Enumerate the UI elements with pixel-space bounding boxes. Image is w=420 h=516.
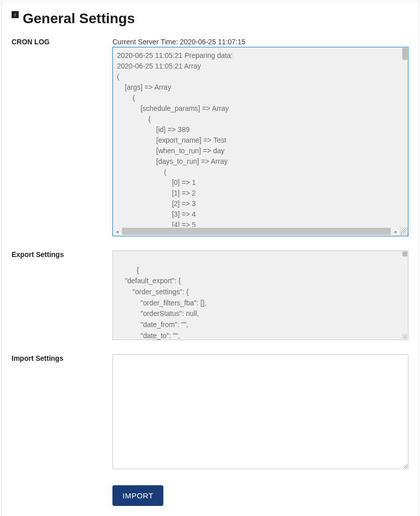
server-time-value: 2020-06-25 11:07:15 <box>180 38 246 46</box>
scrollbar-horizontal[interactable]: ◂ ▸ <box>113 227 408 236</box>
panel-body: ↕ General Settings CRON LOG Current Serv… <box>2 2 418 516</box>
scrollbar-thumb-horizontal[interactable] <box>122 228 391 235</box>
settings-panel: ↕ General Settings CRON LOG Current Serv… <box>1 1 419 516</box>
scrollbar-thumb-vertical[interactable] <box>402 251 407 256</box>
chevron-right-icon[interactable]: ▸ <box>392 227 400 235</box>
cron-log-textarea[interactable]: 2020-06-25 11:05:21 Preparing data: 2020… <box>113 47 408 227</box>
actions-row: IMPORT <box>12 485 408 506</box>
page-title: General Settings <box>23 11 135 27</box>
server-time-label: Current Server Time: <box>112 38 180 46</box>
export-settings-content: { "default_export": { "order_settings": … <box>117 266 244 340</box>
chevron-left-icon[interactable]: ◂ <box>113 227 121 235</box>
server-time-text: Current Server Time: 2020-06-25 11:07:15 <box>112 38 408 46</box>
resize-handle-icon[interactable] <box>402 334 407 339</box>
import-field-body <box>112 354 408 471</box>
scrollbar-thumb-vertical[interactable] <box>402 48 407 60</box>
cron-log-box: 2020-06-25 11:05:21 Preparing data: 2020… <box>112 47 408 236</box>
label-import-settings: Import Settings <box>12 354 112 362</box>
row-import-settings: Import Settings <box>12 354 408 471</box>
row-export-settings: Export Settings { "default_export": { "o… <box>12 250 408 340</box>
title-row: ↕ General Settings <box>12 11 408 27</box>
label-export-settings: Export Settings <box>12 250 112 259</box>
scrollbar-vertical[interactable] <box>399 48 407 226</box>
export-settings-textarea[interactable]: { "default_export": { "order_settings": … <box>112 250 408 340</box>
row-cron-log: CRON LOG Current Server Time: 2020-06-25… <box>12 38 408 236</box>
cron-field-body: Current Server Time: 2020-06-25 11:07:15… <box>112 38 408 236</box>
label-cron-log: CRON LOG <box>12 38 112 46</box>
import-settings-textarea[interactable] <box>112 354 408 469</box>
resize-handle-icon[interactable] <box>400 227 408 235</box>
arrows-vertical-icon: ↕ <box>12 11 19 18</box>
export-field-body: { "default_export": { "order_settings": … <box>112 250 408 340</box>
import-button[interactable]: IMPORT <box>112 485 163 506</box>
